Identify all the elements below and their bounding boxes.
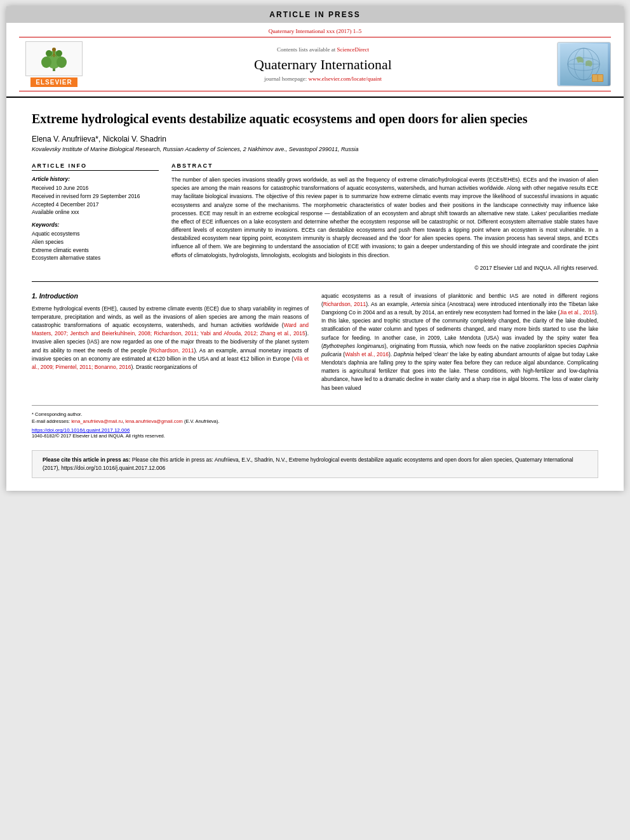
header-inner: ELSEVIER Contents lists available at Sci… [19,37,611,91]
affiliation: Kovalevsky Institute of Marine Biologica… [32,146,598,152]
elsevier-name: ELSEVIER [30,77,77,87]
svg-point-4 [46,50,52,57]
article-info-panel: ARTICLE INFO Article history: Received 1… [32,163,159,271]
homepage-label: journal homepage: [264,76,307,82]
email2-link[interactable]: lena.anufriieva@gmail.com [125,418,183,424]
ref-richardson-2011[interactable]: Richardson, 2011 [151,347,194,354]
ref-jia-2015[interactable]: Jia et al., 2015 [560,309,595,316]
cite-bar-text: Please cite this article in press as: Pl… [43,456,587,472]
body-right-col: aquatic ecosystems as a result of invasi… [321,292,598,397]
svg-point-5 [56,50,62,57]
doi-line: https://doi.org/10.1016/j.quaint.2017.12… [32,427,598,433]
doi-link[interactable]: https://doi.org/10.1016/j.quaint.2017.12… [32,427,130,433]
body-left-col: 1. Introduction Extreme hydrological eve… [32,292,309,397]
intro-left-text: Extreme hydrological events (EHE), cause… [32,305,309,371]
abstract-panel: ABSTRACT The number of alien species inv… [171,163,598,271]
elsevier-logo: ELSEVIER [19,41,89,87]
journal-meta-line: Quaternary International xxx (2017) 1–5 [19,28,611,34]
intro-right-text: aquatic ecosystems as a result of invasi… [321,292,598,392]
issn-line: 1040-6182/© 2017 Elsevier Ltd and INQUA.… [32,433,598,439]
copyright-line: © 2017 Elsevier Ltd and INQUA. All right… [171,265,598,271]
journal-homepage: journal homepage: www.elsevier.com/locat… [102,76,544,82]
banner-text: ARTICLE IN PRESS [269,10,360,19]
article-received: Received 10 June 2016 Received in revise… [32,184,159,217]
keywords-label: Keywords: [32,222,159,228]
sciencedirect-link[interactable]: ScienceDirect [337,46,369,53]
intro-section-title: 1. Introduction [32,292,309,300]
intro-right-content: aquatic ecosystems as a result of invasi… [321,293,598,391]
article-in-press-banner: ARTICLE IN PRESS [6,6,624,23]
intro-left-content: Extreme hydrological events (EHE), cause… [32,305,309,370]
journal-logo-right [557,42,611,86]
email1-link[interactable]: lena_anufriieva@mail.ru [71,418,123,424]
svg-point-2 [41,57,51,68]
journal-title: Quaternary International [102,57,544,73]
ref-ward-2007[interactable]: Ward and Masters, 2007; Jentsch and Beie… [32,322,309,337]
article-info-title: ARTICLE INFO [32,163,159,171]
svg-point-3 [57,57,67,68]
contents-label: Contents lists available at [277,46,335,53]
keyword-4: Ecosystem alternative states [32,254,159,262]
keyword-3: Extreme climatic events [32,246,159,255]
info-abstract-row: ARTICLE INFO Article history: Received 1… [32,163,598,271]
ref-vila-2009[interactable]: Vilà et al., 2009; Pimentel, 2011; Bonan… [32,356,309,370]
article-history-label: Article history: [32,176,159,182]
contents-line: Contents lists available at ScienceDirec… [102,46,544,53]
elsevier-logo-image [25,41,83,76]
abstract-title: ABSTRACT [171,163,598,171]
authors-text: Elena V. Anufriieva*, Nickolai V. Shadri… [32,135,166,143]
journal-header: Quaternary International xxx (2017) 1–5 [6,23,624,98]
email-note: E-mail addresses: lena_anufriieva@mail.r… [32,418,598,425]
ref-walsh-2016[interactable]: Walsh et al., 2016 [345,351,389,357]
abstract-text: The number of alien species invasions st… [171,176,598,260]
article-title: Extreme hydrological events destabilize … [32,110,598,127]
cite-bar: Please cite this article in press as: Pl… [32,450,598,478]
svg-rect-18 [598,75,603,81]
corresponding-note: * Corresponding author. [32,411,598,418]
ref-richardson-2011b[interactable]: Richardson, 2011 [323,301,366,307]
footnote-area: * Corresponding author. E-mail addresses… [32,405,598,444]
journal-title-area: Contents lists available at ScienceDirec… [89,46,557,82]
svg-point-6 [52,48,56,51]
svg-rect-17 [593,75,598,81]
journal-meta-text: Quaternary International xxx (2017) 1–5 [269,28,361,34]
keywords-section: Keywords: Aquatic ecosystems Alien speci… [32,222,159,262]
section-divider [32,281,598,282]
authors-line: Elena V. Anufriieva*, Nickolai V. Shadri… [32,135,598,143]
body-two-column: 1. Introduction Extreme hydrological eve… [32,292,598,397]
main-content: Extreme hydrological events destabilize … [6,98,624,491]
homepage-url[interactable]: www.elsevier.com/locate/quaint [309,76,382,82]
keyword-2: Alien species [32,238,159,246]
keyword-1: Aquatic ecosystems [32,230,159,238]
